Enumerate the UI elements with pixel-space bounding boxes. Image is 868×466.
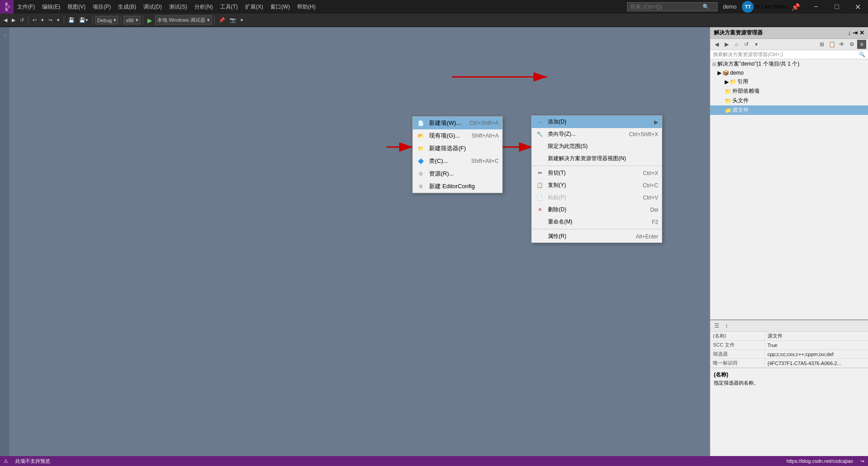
ctx-classwiz-item[interactable]: 🔧 类向导(Z)... Ctrl+Shift+X bbox=[532, 128, 662, 140]
save-button[interactable]: 💾 bbox=[66, 16, 76, 24]
menu-help[interactable]: 帮助(H) bbox=[293, 0, 319, 14]
menu-file[interactable]: 文件(F) bbox=[14, 0, 38, 14]
status-text: 此项不支持预览 bbox=[15, 458, 50, 465]
forward-button[interactable]: ▶ bbox=[10, 16, 17, 24]
sol-refresh[interactable]: ↺ bbox=[742, 40, 751, 49]
back-button[interactable]: ◀ bbox=[2, 16, 9, 24]
pin-solution-icon[interactable]: ↓ bbox=[848, 29, 851, 36]
ctx-scope-item[interactable]: 限定为此范围(S) bbox=[532, 140, 662, 152]
ctx-cut-item[interactable]: ✂ 剪切(T) Ctrl+X bbox=[532, 167, 662, 179]
redo-button[interactable]: ↪ bbox=[47, 16, 54, 24]
minimize-button[interactable]: − bbox=[806, 0, 826, 14]
prop-sort-alpha[interactable]: ↕ bbox=[722, 321, 731, 330]
menu-bar: 文件(F) 编辑(E) 视图(V) 项目(P) 生成(B) 调试(D) 测试(S… bbox=[14, 0, 319, 14]
menu-debug[interactable]: 调试(D) bbox=[140, 0, 165, 14]
menu-view[interactable]: 视图(V) bbox=[64, 0, 89, 14]
submenu-newfilter-item[interactable]: 📁 新建筛选器(F) bbox=[413, 142, 502, 155]
global-search[interactable]: 🔍 bbox=[627, 2, 717, 11]
source-files-item[interactable]: 📁 源文件 bbox=[710, 105, 868, 115]
svg-marker-1 bbox=[3, 3, 5, 11]
live-share-button[interactable]: ⟳ Live Share bbox=[755, 4, 788, 10]
sol-show-all[interactable]: 👁 bbox=[837, 40, 846, 49]
ctx-classwiz-shortcut: Ctrl+Shift+X bbox=[629, 131, 658, 138]
ctx-add-arrow: ▶ bbox=[654, 119, 658, 125]
submenu-class-label: 类(C)... bbox=[429, 157, 448, 165]
run-config-label: 本地 Windows 调试器 bbox=[157, 17, 205, 24]
sol-settings[interactable]: ≡ bbox=[857, 40, 866, 49]
sol-copy-path[interactable]: 📋 bbox=[827, 40, 836, 49]
debug-config-dropdown[interactable]: Debug ▾ bbox=[95, 16, 118, 24]
refresh-button[interactable]: ↺ bbox=[18, 16, 26, 24]
margin-text: ◁ bbox=[2, 33, 7, 38]
ctx-rename-icon bbox=[535, 219, 544, 226]
pin-icon[interactable]: 📌 bbox=[789, 3, 802, 11]
submenu-editorconfig-item[interactable]: ⚙ 新建 EditorConfig bbox=[413, 180, 502, 193]
ctx-properties-icon bbox=[535, 233, 544, 240]
sol-home[interactable]: ⌂ bbox=[732, 40, 741, 49]
search-input[interactable] bbox=[630, 4, 703, 10]
ctx-add-item[interactable]: + 添加(D) ▶ bbox=[532, 116, 662, 128]
menu-tools[interactable]: 工具(T) bbox=[217, 0, 241, 14]
toolbar: ◀ ▶ ↺ ↩ ▾ ↪ ▾ 💾 💾▾ Debug ▾ x86 ▾ ▶ 本地 Wi… bbox=[0, 14, 868, 27]
undo-button[interactable]: ↩ bbox=[31, 16, 38, 24]
ctx-scope-icon bbox=[535, 143, 544, 150]
pin-toolbar[interactable]: 📌 bbox=[217, 16, 227, 24]
maximize-button[interactable]: □ bbox=[826, 0, 847, 14]
ctx-newview-item[interactable]: 新建解决方案资源管理器视图(N) bbox=[532, 152, 662, 165]
redo-arrow[interactable]: ▾ bbox=[55, 16, 61, 24]
ctx-properties-item[interactable]: 属性(R) Alt+Enter bbox=[532, 230, 662, 243]
project-item[interactable]: ▶ 📦 demo bbox=[710, 69, 868, 77]
menu-analyze[interactable]: 分析(N) bbox=[191, 0, 217, 14]
ctx-sep-2 bbox=[532, 229, 662, 229]
ctx-paste-label: 粘贴(P) bbox=[548, 194, 566, 201]
submenu-add: 📄 新建项(W)... Ctrl+Shift+A 📂 现有项(G)... Shi… bbox=[412, 116, 503, 193]
run-config-dropdown[interactable]: 本地 Windows 调试器 ▾ bbox=[155, 15, 212, 25]
ctx-paste-item[interactable]: 📄 粘贴(P) Ctrl+V bbox=[532, 191, 662, 204]
menu-test[interactable]: 测试(S) bbox=[165, 0, 191, 14]
solution-search[interactable]: 搜索解决方案资源管理器(Ctrl+;) 🔍 bbox=[710, 50, 868, 59]
submenu-resource-item[interactable]: ⚙ 资源(R)... bbox=[413, 167, 502, 180]
references-item[interactable]: ▶ 📁 引用 bbox=[710, 77, 868, 86]
submenu-new-item[interactable]: 📄 新建项(W)... Ctrl+Shift+A bbox=[413, 117, 502, 129]
status-right-icon: ↪ bbox=[860, 458, 864, 464]
sol-properties[interactable]: ⚙ bbox=[847, 40, 856, 49]
undo-arrow[interactable]: ▾ bbox=[39, 16, 46, 24]
detach-solution-icon[interactable]: ⇥ bbox=[853, 29, 858, 36]
project-icon-img: 📦 bbox=[722, 70, 729, 76]
external-deps-item[interactable]: 📁 外部依赖项 bbox=[710, 86, 868, 96]
menu-build[interactable]: 生成(B) bbox=[114, 0, 140, 14]
submenu-class-item[interactable]: 🔷 类(C)... Shift+Alt+C bbox=[413, 155, 502, 167]
submenu-newfilter-label: 新建筛选器(F) bbox=[429, 144, 466, 152]
menu-window[interactable]: 窗口(W) bbox=[267, 0, 293, 14]
save-all[interactable]: 💾▾ bbox=[77, 16, 90, 24]
ctx-copy-item[interactable]: 📋 复制(Y) Ctrl+C bbox=[532, 179, 662, 191]
user-avatar[interactable]: TT bbox=[742, 1, 754, 13]
ctx-delete-icon: ✕ bbox=[535, 206, 544, 214]
solution-root-item[interactable]: ⊞ 解决方案"demo"(1 个项目/共 1 个) bbox=[710, 59, 868, 69]
submenu-existing-item[interactable]: 📂 现有项(G)... Shift+Alt+A bbox=[413, 129, 502, 142]
submenu-class-shortcut: Shift+Alt+C bbox=[471, 158, 499, 164]
sol-dropdown[interactable]: ▾ bbox=[752, 40, 761, 49]
close-button[interactable]: ✕ bbox=[847, 0, 868, 14]
camera-button[interactable]: 📷 bbox=[228, 16, 238, 24]
run-button[interactable]: ▶ bbox=[146, 16, 154, 25]
ctx-delete-item[interactable]: ✕ 删除(D) Del bbox=[532, 204, 662, 216]
header-files-item[interactable]: 📁 头文件 bbox=[710, 96, 868, 105]
submenu-class-icon: 🔷 bbox=[416, 157, 425, 165]
prop-val-name: 源文件 bbox=[764, 332, 868, 341]
prop-sort-cat[interactable]: ☰ bbox=[712, 321, 721, 330]
prop-key-filter: 筛选器 bbox=[710, 350, 764, 359]
ref-expand-icon: ▶ bbox=[725, 79, 729, 85]
sol-back[interactable]: ◀ bbox=[712, 40, 721, 49]
platform-dropdown[interactable]: x86 ▾ bbox=[123, 16, 141, 24]
ctx-rename-item[interactable]: 重命名(M) F2 bbox=[532, 216, 662, 228]
close-solution-icon[interactable]: ✕ bbox=[859, 29, 864, 36]
prop-key-scc: SCC 文件 bbox=[710, 341, 764, 350]
submenu-existing-label: 现有项(G)... bbox=[429, 132, 460, 140]
extra-arrow[interactable]: ▾ bbox=[239, 16, 245, 24]
sol-forward[interactable]: ▶ bbox=[722, 40, 731, 49]
menu-extensions[interactable]: 扩展(X) bbox=[241, 0, 267, 14]
menu-edit[interactable]: 编辑(E) bbox=[38, 0, 64, 14]
sol-new-solution-view[interactable]: ⊞ bbox=[817, 40, 826, 49]
menu-project[interactable]: 项目(P) bbox=[89, 0, 114, 14]
